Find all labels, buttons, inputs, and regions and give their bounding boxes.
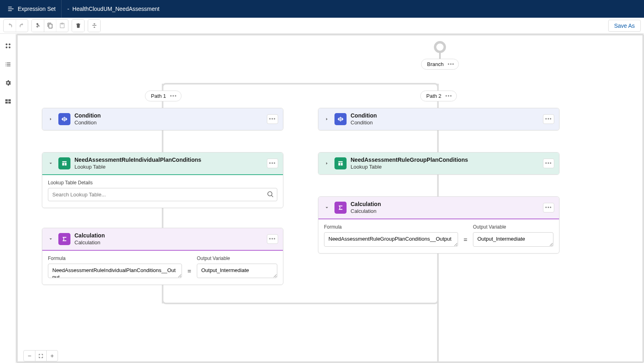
calc-1-subtitle: Calculation: [74, 239, 263, 246]
path-2-menu-icon[interactable]: •••: [446, 94, 452, 99]
calc-2-title: Calculation: [351, 201, 539, 208]
record-title-segment: - HealthCloudUM_NeedAssessment: [62, 0, 165, 18]
delete-group: [72, 19, 85, 32]
path-1-menu-icon[interactable]: •••: [170, 94, 177, 99]
path-1-label: Path 1: [151, 93, 166, 99]
svg-point-3: [8, 47, 10, 49]
paste-button[interactable]: [56, 20, 68, 32]
chevron-down-icon[interactable]: [47, 160, 54, 167]
search-icon: [267, 191, 274, 198]
list-panel-button[interactable]: [3, 60, 13, 69]
calc-2-menu[interactable]: •••: [543, 203, 554, 212]
path-chip-1[interactable]: Path 1 •••: [145, 91, 182, 101]
zoom-fit-button[interactable]: [35, 351, 46, 361]
svg-point-0: [6, 43, 8, 45]
lookup-table-icon: [58, 157, 70, 169]
lookup-node-1[interactable]: NeedAssessmentRuleIndividualPlanConditio…: [42, 152, 283, 208]
condition-1-menu[interactable]: •••: [267, 114, 278, 124]
save-as-button[interactable]: Save As: [608, 20, 641, 32]
output-input-1[interactable]: [197, 264, 277, 278]
lookup-search-input[interactable]: [48, 188, 277, 201]
zoom-out-button[interactable]: [24, 351, 35, 361]
condition-icon: [58, 113, 70, 125]
canvas[interactable]: Branch ••• Path 1 ••• Path 2 •••: [16, 34, 644, 363]
app-title: Expression Set: [18, 6, 56, 12]
elements-panel-button[interactable]: [3, 41, 13, 51]
calc-2-subtitle: Calculation: [351, 208, 539, 214]
output-label-2: Output Variable: [473, 224, 553, 230]
expression-set-icon: [7, 5, 14, 12]
lookup-2-menu[interactable]: •••: [543, 159, 554, 168]
calc-1-title: Calculation: [74, 232, 263, 239]
condition-node-1[interactable]: Condition Condition •••: [42, 108, 283, 130]
toolbar: Save As: [0, 18, 644, 34]
start-node[interactable]: [434, 41, 446, 53]
lookup-2-title: NeedAssessmentRuleGroupPlanConditions: [351, 157, 539, 164]
condition-2-title: Condition: [351, 112, 539, 120]
lookup-1-menu[interactable]: •••: [267, 159, 278, 168]
settings-panel-button[interactable]: [3, 78, 13, 88]
condition-2-menu[interactable]: •••: [543, 114, 554, 124]
formula-input-1[interactable]: [48, 264, 182, 278]
name-prefix: -: [67, 6, 69, 12]
formula-input-2[interactable]: [324, 232, 458, 247]
formula-label-2: Formula: [324, 224, 458, 230]
app-title-segment: Expression Set: [2, 0, 62, 18]
condition-node-2[interactable]: Condition Condition •••: [318, 108, 559, 130]
condition-icon: [334, 113, 347, 125]
undo-redo-group: [3, 19, 28, 32]
path-chip-2[interactable]: Path 2 •••: [420, 91, 457, 101]
calc-1-menu[interactable]: •••: [267, 234, 278, 244]
svg-point-1: [8, 43, 10, 45]
collapse-all-button[interactable]: [88, 20, 100, 32]
chevron-right-icon[interactable]: [47, 116, 54, 123]
branch-chip[interactable]: Branch •••: [421, 59, 459, 70]
lookup-table-icon: [334, 157, 347, 169]
collapse-group: [88, 19, 101, 32]
calculation-icon: [334, 202, 347, 214]
equals-sign: =: [188, 268, 191, 278]
chevron-down-icon[interactable]: [47, 235, 54, 243]
undo-button[interactable]: [4, 20, 16, 32]
app-header: Expression Set - HealthCloudUM_NeedAsses…: [0, 0, 644, 18]
formula-label-1: Formula: [48, 256, 182, 261]
lookup-2-subtitle: Lookup Table: [351, 164, 539, 170]
lookup-1-title: NeedAssessmentRuleIndividualPlanConditio…: [74, 157, 263, 164]
output-input-2[interactable]: [473, 232, 553, 247]
calculation-node-1[interactable]: Calculation Calculation ••• Formula =: [42, 228, 283, 285]
chevron-right-icon[interactable]: [323, 160, 330, 167]
cut-button[interactable]: [32, 20, 44, 32]
zoom-controls: [23, 350, 58, 361]
lookup-details-label: Lookup Table Details: [48, 180, 277, 186]
condition-1-title: Condition: [74, 112, 263, 120]
branch-label: Branch: [427, 61, 444, 67]
variables-panel-button[interactable]: [3, 97, 13, 106]
left-rail: [0, 34, 16, 363]
calculation-node-2[interactable]: Calculation Calculation ••• Formula =: [318, 196, 559, 254]
lookup-1-subtitle: Lookup Table: [74, 164, 263, 170]
path-2-label: Path 2: [426, 93, 442, 99]
delete-button[interactable]: [72, 20, 84, 32]
condition-2-subtitle: Condition: [351, 120, 539, 126]
lookup-node-2[interactable]: NeedAssessmentRuleGroupPlanConditions Lo…: [318, 152, 559, 175]
equals-sign: =: [464, 236, 467, 247]
chevron-right-icon[interactable]: [323, 116, 330, 123]
condition-1-subtitle: Condition: [74, 120, 263, 126]
chevron-down-icon[interactable]: [323, 204, 330, 211]
output-label-1: Output Variable: [197, 256, 277, 261]
svg-point-2: [6, 47, 8, 49]
clipboard-group: [31, 19, 68, 32]
branch-menu-icon[interactable]: •••: [448, 62, 454, 67]
copy-button[interactable]: [44, 20, 56, 32]
zoom-in-button[interactable]: [46, 351, 58, 361]
calculation-icon: [58, 233, 70, 245]
record-name: HealthCloudUM_NeedAssessment: [72, 6, 159, 12]
redo-button[interactable]: [16, 20, 28, 32]
